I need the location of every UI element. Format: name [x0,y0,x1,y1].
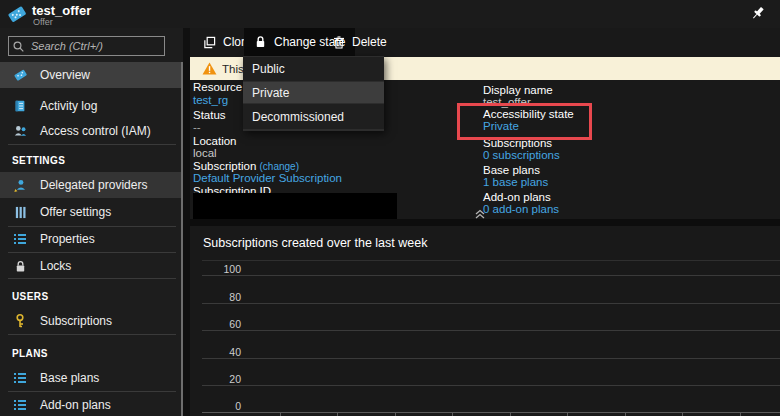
collapse-essentials-icon[interactable] [474,209,486,219]
add-on-plans-label: Add-on plans [483,191,551,203]
sidebar-separator [8,144,176,145]
sidebar-item-label: Locks [40,259,71,273]
gridline [202,303,780,304]
sidebar-item-overview[interactable]: Overview [0,62,183,88]
delete-label: Delete [352,35,387,49]
search-icon [13,41,24,52]
list-icon [12,370,28,386]
gridline [202,275,780,276]
overview-blade: Clone Change state Delete [190,28,780,416]
change-state-menu: Public Private Decommissioned [243,56,384,131]
azure-stack-offer-blade: test_offer Offer [0,0,780,416]
sidebar-section-users: USERS [12,291,48,302]
sidebar-item-add-on-plans[interactable]: Add-on plans [0,393,183,416]
subscription-label-text: Subscription [193,160,256,172]
clone-icon [203,36,216,49]
trash-icon [333,36,345,49]
sidebar-item-subscriptions[interactable]: Subscriptions [0,309,183,333]
menu-item-public[interactable]: Public [243,57,384,81]
add-on-plans-count-link[interactable]: 0 add-on plans [483,203,559,215]
sidebar-separator [8,334,176,335]
sidebar-item-label: Properties [40,232,95,246]
accessibility-state-label: Accessibility state [483,108,574,120]
page-subtitle: Offer [33,17,53,27]
list-icon [12,231,28,247]
y-tick-label: 60 [195,318,241,330]
warning-icon [202,62,217,75]
delegated-provider-icon [12,177,28,193]
search-input[interactable] [29,39,160,53]
y-tick-label: 100 [195,263,241,275]
sidebar-search[interactable] [8,36,165,56]
tag-icon [12,67,28,83]
y-tick-label: 0 [195,400,241,412]
resource-group-link[interactable]: test_rg [193,94,228,106]
sidebar-item-label: Activity log [40,99,97,113]
base-plans-label: Base plans [483,164,540,176]
y-tick-label: 20 [195,373,241,385]
page-title: test_offer [32,3,91,18]
sidebar-separator [8,391,176,392]
sidebar-item-label: Delegated providers [40,178,147,192]
x-axis [202,412,780,413]
gridline [202,330,780,331]
pin-icon[interactable] [750,5,766,21]
redacted-subscription-id [193,193,397,219]
activity-log-icon [12,98,28,114]
sidebar-item-delegated-providers[interactable]: Delegated providers [0,172,183,198]
list-icon [12,397,28,413]
subscription-value-link[interactable]: Default Provider Subscription [193,172,342,184]
sidebar-separator [8,252,176,253]
gridline [202,358,780,359]
menu-item-private[interactable]: Private [243,82,384,103]
chart-top-border [202,260,780,261]
sidebar-scrollbar[interactable] [181,62,183,416]
section-divider [190,219,780,226]
sidebar-item-label: Add-on plans [40,398,111,412]
subscriptions-count-link[interactable]: 0 subscriptions [483,149,560,161]
subscription-label: Subscription (change) [193,160,299,172]
sidebar-item-label: Access control (IAM) [40,124,151,138]
location-value: local [193,147,217,159]
sidebar-section-plans: PLANS [12,348,48,359]
bars-icon [12,204,28,220]
sidebar-item-locks[interactable]: Locks [0,254,183,278]
menu-item-decommissioned[interactable]: Decommissioned [243,104,384,129]
sidebar-section-settings: SETTINGS [12,155,65,166]
blade-divider [183,28,190,416]
subscriptions-label: Subscriptions [483,137,552,149]
offer-tag-icon [7,4,28,24]
people-icon [12,123,28,139]
sidebar-item-label: Base plans [40,371,99,385]
sidebar-item-activity-log[interactable]: Activity log [0,94,183,118]
subscription-change-link[interactable]: (change) [260,161,299,172]
chart-title: Subscriptions created over the last week [203,236,427,250]
delete-button[interactable]: Delete [323,28,397,56]
sidebar-item-properties[interactable]: Properties [0,227,183,251]
sidebar-item-offer-settings[interactable]: Offer settings [0,200,183,224]
display-name-value: test_offer [483,96,531,108]
sidebar-item-label: Overview [40,68,90,82]
lock-icon [254,35,267,49]
gridline [202,385,780,386]
display-name-label: Display name [483,84,553,96]
y-tick-label: 40 [195,346,241,358]
lock-icon [12,258,28,274]
sidebar-item-label: Subscriptions [40,314,112,328]
blade-header: test_offer Offer [0,0,780,28]
status-value: -- [193,121,201,133]
status-label: Status [193,109,226,121]
sidebar-item-base-plans[interactable]: Base plans [0,366,183,390]
location-label: Location [193,135,236,147]
key-icon [12,313,28,329]
base-plans-count-link[interactable]: 1 base plans [483,176,548,188]
sidebar-item-access-control[interactable]: Access control (IAM) [0,119,183,143]
accessibility-state-value[interactable]: Private [483,120,519,132]
y-tick-label: 80 [195,291,241,303]
sidebar-item-label: Offer settings [40,205,111,219]
sidebar: Overview Activity log [0,28,183,416]
sidebar-separator [8,278,176,279]
